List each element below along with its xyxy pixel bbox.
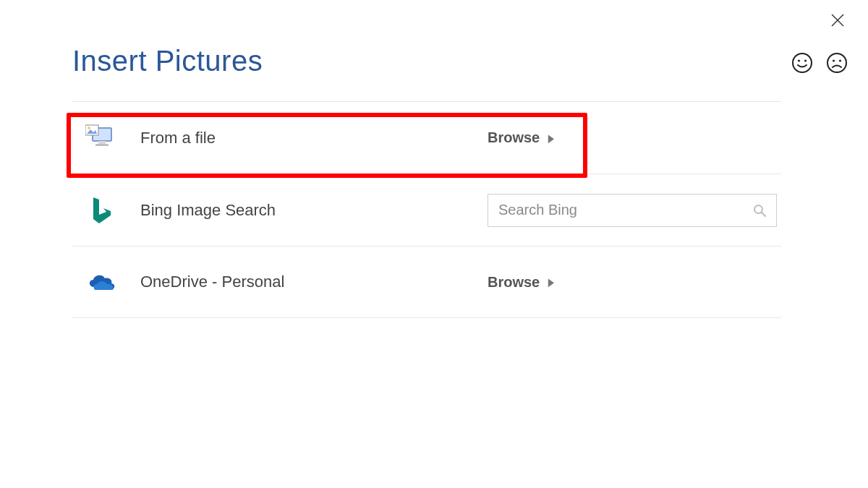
feedback-frown-button[interactable] — [826, 52, 848, 74]
dialog-title: Insert Pictures — [72, 45, 263, 77]
source-list: From a file Browse ▶ Bing Image Search — [72, 101, 781, 318]
svg-point-3 — [798, 59, 800, 61]
smile-icon — [791, 52, 813, 74]
computer-photo-icon — [80, 124, 123, 153]
option-from-file-label: From a file — [123, 129, 412, 147]
chevron-right-icon: ▶ — [548, 276, 554, 288]
onedrive-browse-link[interactable]: Browse ▶ — [488, 274, 555, 291]
svg-point-4 — [804, 59, 807, 61]
svg-point-13 — [88, 127, 90, 129]
bing-search-input[interactable] — [498, 202, 753, 218]
option-bing-label: Bing Image Search — [123, 201, 412, 220]
browse-label: Browse — [488, 274, 540, 291]
from-file-browse-link[interactable]: Browse ▶ — [488, 129, 555, 146]
bing-search-box[interactable] — [488, 194, 777, 227]
close-icon — [830, 13, 845, 27]
svg-line-16 — [762, 213, 765, 216]
bing-logo-icon — [80, 196, 123, 225]
svg-marker-14 — [93, 197, 111, 223]
feedback-buttons — [791, 52, 848, 74]
search-icon[interactable] — [753, 204, 766, 217]
option-onedrive[interactable]: OneDrive - Personal Browse ▶ — [72, 246, 781, 318]
frown-icon — [826, 52, 848, 74]
svg-rect-9 — [98, 141, 106, 144]
option-onedrive-label: OneDrive - Personal — [123, 273, 412, 291]
svg-point-7 — [839, 59, 841, 61]
feedback-smile-button[interactable] — [791, 52, 813, 74]
chevron-right-icon: ▶ — [548, 132, 554, 144]
svg-rect-10 — [95, 144, 109, 146]
close-button[interactable] — [827, 10, 848, 30]
browse-label: Browse — [488, 129, 540, 146]
svg-point-5 — [827, 53, 846, 72]
option-bing[interactable]: Bing Image Search — [72, 174, 781, 246]
option-from-file[interactable]: From a file Browse ▶ — [72, 101, 781, 174]
onedrive-cloud-icon — [80, 271, 123, 293]
svg-point-2 — [793, 53, 812, 72]
svg-point-6 — [833, 59, 835, 61]
insert-pictures-dialog: Insert Pictures From a file Brows — [0, 0, 868, 488]
